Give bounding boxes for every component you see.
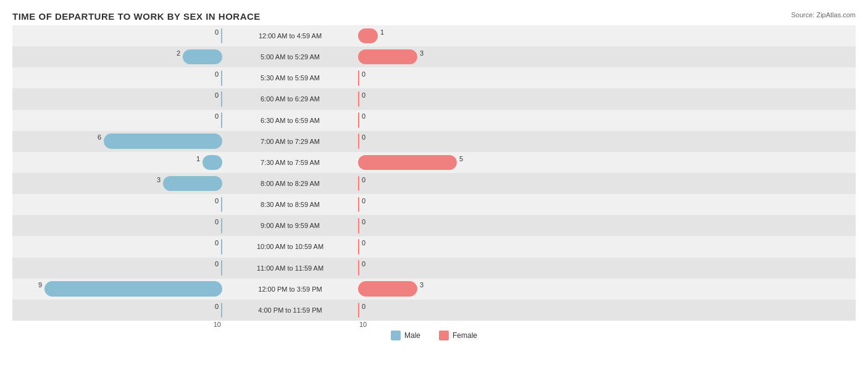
chart-body: 0 12:00 AM to 4:59 AM 1 2 5:00 AM to 5:2… [12,25,856,340]
bar-row: 3 8:00 AM to 8:29 AM 0 [12,173,856,194]
legend-female-label: Female [453,331,477,340]
axis-row: 10 10 [12,321,856,328]
bar-row: 6 7:00 AM to 7:29 AM 0 [12,131,856,152]
row-label: 8:30 AM to 8:59 AM [222,201,358,208]
row-label: 11:00 AM to 11:59 AM [222,264,358,272]
male-value: 0 [206,28,219,36]
axis-right: 10 [358,321,568,328]
row-left: 9 [12,279,222,300]
row-right: 0 [358,300,568,321]
female-value: 0 [362,303,374,310]
row-right: 0 [358,194,568,215]
bar-row: 0 12:00 AM to 4:59 AM 1 [12,25,856,46]
female-value: 0 [362,133,374,141]
bar-row: 2 5:00 AM to 5:29 AM 3 [12,46,856,67]
female-bar: 0 [358,112,359,128]
female-color-box [439,331,449,340]
row-left: 0 [12,110,222,131]
row-label: 6:30 AM to 6:59 AM [222,117,358,124]
male-value: 0 [206,91,219,99]
axis-right-max: 10 [359,321,367,328]
source-label: Source: ZipAtlas.com [791,11,856,19]
male-value: 6 [89,133,101,141]
row-right: 0 [358,131,568,152]
male-bar: 1 [202,155,222,171]
male-value: 2 [168,49,180,57]
row-right: 0 [358,215,568,236]
row-left: 0 [12,194,222,215]
row-label: 5:00 AM to 5:29 AM [222,53,358,61]
row-left: 3 [12,173,222,194]
row-right: 3 [358,46,568,67]
rows-area: 0 12:00 AM to 4:59 AM 1 2 5:00 AM to 5:2… [12,25,856,321]
bottom-area: 10 10 Male Female [12,321,856,340]
axis-left: 10 [12,321,222,328]
female-bar: 0 [358,176,359,192]
male-value: 0 [206,70,219,78]
female-bar: 0 [358,197,359,213]
row-right: 3 [358,279,568,300]
bar-row: 0 8:30 AM to 8:59 AM 0 [12,194,856,215]
female-value: 3 [420,281,432,289]
male-bar: 3 [163,176,222,192]
row-label: 12:00 AM to 4:59 AM [222,32,358,40]
row-label: 4:00 PM to 11:59 PM [222,306,358,314]
row-left: 0 [12,258,222,279]
female-bar: 0 [358,218,359,234]
male-value: 0 [206,260,219,268]
female-bar: 3 [358,281,417,297]
female-value: 1 [380,28,393,36]
male-value: 0 [206,112,219,120]
row-left: 6 [12,131,222,152]
chart-title: TIME OF DEPARTURE TO WORK BY SEX IN HORA… [12,11,856,22]
female-bar: 0 [358,133,359,149]
bar-row: 0 9:00 AM to 9:59 AM 0 [12,215,856,236]
bar-row: 0 4:00 PM to 11:59 PM 0 [12,300,856,321]
row-left: 0 [12,215,222,236]
female-bar: 0 [358,239,359,255]
male-value: 1 [188,155,200,162]
row-label: 7:00 AM to 7:29 AM [222,138,358,145]
bar-row: 1 7:30 AM to 7:59 AM 5 [12,152,856,173]
female-value: 0 [362,239,374,247]
bar-row: 0 10:00 AM to 10:59 AM 0 [12,236,856,257]
row-label: 5:30 AM to 5:59 AM [222,74,358,82]
bar-row: 0 6:00 AM to 6:29 AM 0 [12,88,856,109]
row-label: 8:00 AM to 8:29 AM [222,180,358,187]
row-label: 9:00 AM to 9:59 AM [222,222,358,229]
row-right: 0 [358,173,568,194]
legend-male: Male [391,331,420,340]
female-bar: 0 [358,260,359,276]
legend-female: Female [439,331,477,340]
legend: Male Female [12,331,856,340]
female-bar: 1 [358,28,378,44]
female-value: 0 [362,218,374,226]
row-label: 10:00 AM to 10:59 AM [222,243,358,250]
row-label: 6:00 AM to 6:29 AM [222,95,358,103]
legend-male-label: Male [404,331,420,340]
female-value: 0 [362,260,374,268]
row-right: 1 [358,25,568,46]
chart-container: TIME OF DEPARTURE TO WORK BY SEX IN HORA… [0,0,868,367]
row-label: 7:30 AM to 7:59 AM [222,159,358,166]
female-bar: 0 [358,303,359,318]
female-bar: 0 [358,70,359,86]
row-right: 0 [358,110,568,131]
bar-row: 9 12:00 PM to 3:59 PM 3 [12,279,856,300]
male-value: 0 [206,197,219,205]
bar-row: 0 6:30 AM to 6:59 AM 0 [12,110,856,131]
row-label: 12:00 PM to 3:59 PM [222,285,358,293]
row-right: 0 [358,258,568,279]
female-bar: 3 [358,49,417,65]
row-left: 0 [12,88,222,109]
female-value: 0 [362,176,374,184]
row-left: 2 [12,46,222,67]
row-right: 0 [358,236,568,257]
male-value: 0 [206,239,219,247]
male-bar: 2 [183,49,222,65]
male-bar: 6 [104,133,222,149]
male-bar: 9 [44,281,222,297]
female-bar: 5 [358,155,457,171]
male-value: 9 [30,281,42,289]
female-value: 3 [420,49,432,57]
